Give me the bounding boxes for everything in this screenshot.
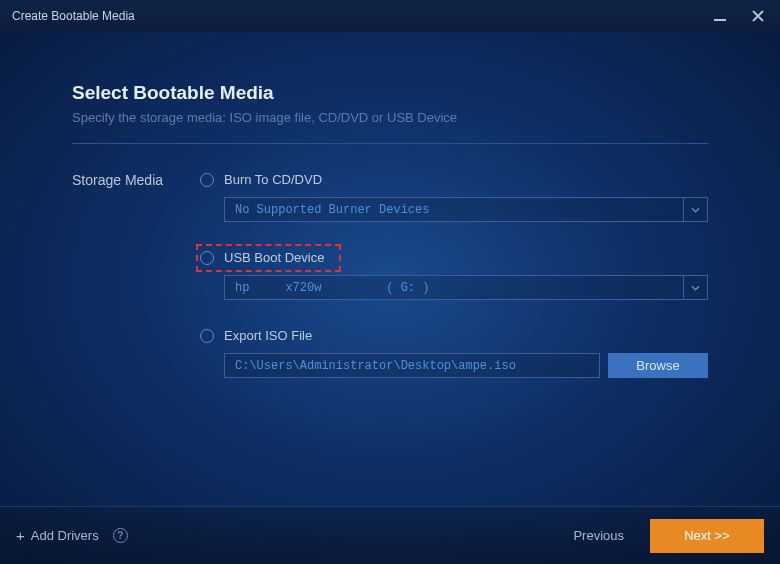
chevron-down-icon xyxy=(691,285,700,291)
usb-select[interactable]: hp x720w ( G: ) xyxy=(224,275,708,300)
option-usb-label: USB Boot Device xyxy=(224,250,324,265)
add-drivers-label: Add Drivers xyxy=(31,528,99,543)
previous-button[interactable]: Previous xyxy=(573,528,624,543)
cddvd-select[interactable]: No Supported Burner Devices xyxy=(224,197,708,222)
cddvd-select-arrow[interactable] xyxy=(683,198,707,221)
minimize-button[interactable] xyxy=(710,6,730,26)
page-subtitle: Specify the storage media: ISO image fil… xyxy=(72,110,708,125)
option-usb-row[interactable]: USB Boot Device xyxy=(200,250,708,265)
content-area: Select Bootable Media Specify the storag… xyxy=(0,32,780,506)
window: Create Bootable Media Select Bootable Me… xyxy=(0,0,780,564)
divider xyxy=(72,143,708,144)
footer: + Add Drivers ? Previous Next >> xyxy=(0,506,780,564)
option-usb: USB Boot Device hp x720w ( G: ) xyxy=(200,250,708,300)
chevron-down-icon xyxy=(691,207,700,213)
option-cddvd-row[interactable]: Burn To CD/DVD xyxy=(200,172,708,187)
plus-icon: + xyxy=(16,527,25,544)
usb-select-arrow[interactable] xyxy=(683,276,707,299)
radio-cddvd[interactable] xyxy=(200,173,214,187)
radio-usb[interactable] xyxy=(200,251,214,265)
option-iso: Export ISO File Browse xyxy=(200,328,708,378)
usb-select-text: hp x720w ( G: ) xyxy=(225,281,683,295)
browse-button[interactable]: Browse xyxy=(608,353,708,378)
titlebar: Create Bootable Media xyxy=(0,0,780,32)
options-column: Burn To CD/DVD No Supported Burner Devic… xyxy=(200,172,708,406)
page-title: Select Bootable Media xyxy=(72,82,708,104)
add-drivers-button[interactable]: + Add Drivers xyxy=(16,527,99,544)
iso-path-input[interactable] xyxy=(224,353,600,378)
svg-rect-0 xyxy=(714,19,726,21)
close-button[interactable] xyxy=(748,6,768,26)
cddvd-select-text: No Supported Burner Devices xyxy=(225,203,683,217)
window-controls xyxy=(710,6,768,26)
options-area: Storage Media Burn To CD/DVD No Supporte… xyxy=(72,172,708,406)
window-title: Create Bootable Media xyxy=(12,9,710,23)
option-cddvd-label: Burn To CD/DVD xyxy=(224,172,322,187)
help-icon[interactable]: ? xyxy=(113,528,128,543)
option-iso-row[interactable]: Export ISO File xyxy=(200,328,708,343)
option-cddvd: Burn To CD/DVD No Supported Burner Devic… xyxy=(200,172,708,222)
radio-iso[interactable] xyxy=(200,329,214,343)
storage-media-label: Storage Media xyxy=(72,172,200,406)
next-button[interactable]: Next >> xyxy=(650,519,764,553)
iso-input-row: Browse xyxy=(224,353,708,378)
option-iso-label: Export ISO File xyxy=(224,328,312,343)
